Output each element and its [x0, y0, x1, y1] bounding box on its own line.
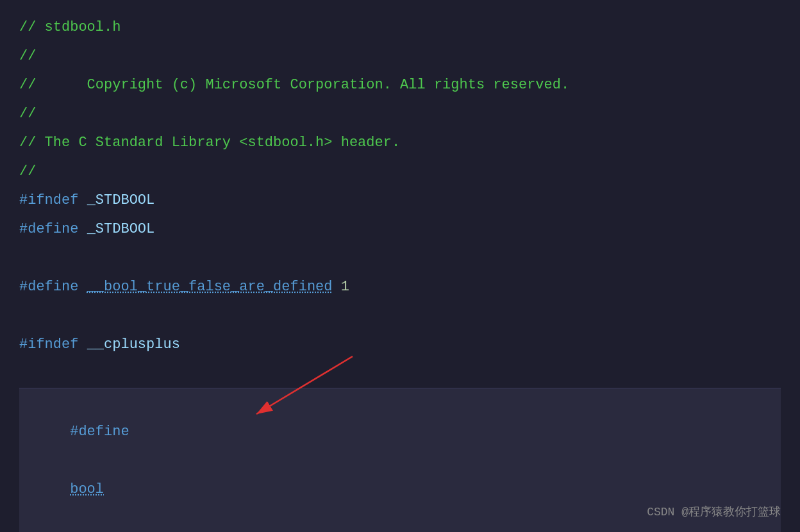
- space2: [70, 510, 87, 526]
- macro-bool: bool: [70, 481, 104, 497]
- space: [333, 272, 341, 301]
- keyword-ifndef2: #ifndef: [19, 330, 78, 359]
- comment-text: //: [19, 99, 36, 128]
- code-line-5: // The C Standard Library <stdbool.h> he…: [19, 128, 781, 157]
- keyword-ifndef: #ifndef: [19, 186, 78, 215]
- code-line-1: // stdbool.h: [19, 13, 781, 42]
- comment-text: // stdbool.h: [19, 13, 121, 42]
- code-line-3: // Copyright (c) Microsoft Corporation. …: [19, 71, 781, 99]
- macro-stdbool: _STDBOOL: [87, 186, 155, 215]
- comment-text: //: [19, 157, 36, 186]
- code-line-6: //: [19, 157, 781, 186]
- macro-bool-true-false: __bool_true_false_are_defined: [87, 272, 333, 301]
- macro-cplusplus: __cplusplus: [87, 330, 180, 359]
- code-editor: // stdbool.h // // Copyright (c) Microso…: [0, 0, 800, 532]
- space: [78, 215, 87, 244]
- keyword-define: #define: [19, 215, 78, 244]
- code-line-10: #define __bool_true_false_are_defined 1: [19, 272, 781, 301]
- space: [78, 272, 87, 301]
- watermark: CSDN @程序猿教你打篮球: [647, 504, 781, 519]
- code-line-2: //: [19, 42, 781, 71]
- space: [78, 186, 87, 215]
- code-line-8: #define _STDBOOL: [19, 215, 781, 244]
- comment-text: //: [19, 42, 36, 71]
- keyword-define2: #define: [19, 272, 78, 301]
- space: [70, 453, 78, 469]
- macro-stdbool-val: _STDBOOL: [87, 215, 155, 244]
- arrow-indicator: [224, 350, 353, 427]
- comment-text: // Copyright (c) Microsoft Corporation. …: [19, 71, 569, 99]
- code-line-9: [19, 244, 781, 272]
- code-line-11: [19, 301, 781, 330]
- code-line-13: [19, 359, 781, 388]
- space: [78, 330, 87, 359]
- keyword-define3: #define: [70, 424, 129, 440]
- code-line-12: #ifndef __cplusplus: [19, 330, 781, 359]
- svg-line-1: [256, 356, 353, 414]
- code-line-7: #ifndef _STDBOOL: [19, 186, 781, 215]
- comment-text: // The C Standard Library <stdbool.h> he…: [19, 128, 400, 157]
- code-line-4: //: [19, 99, 781, 128]
- number-1: 1: [341, 272, 349, 301]
